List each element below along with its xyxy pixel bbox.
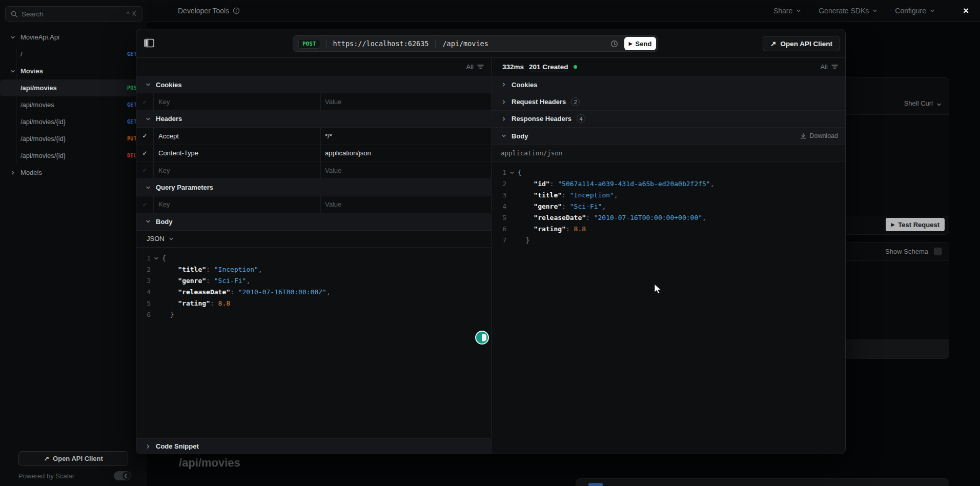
modal-topbar: POST https://localhost:62635 /api/movies…: [136, 29, 845, 58]
request-rows: Cookies✓KeyValueHeaders✓Accept*/*✓Conten…: [136, 76, 491, 231]
search-box[interactable]: ^ K: [5, 6, 142, 22]
response-meta: 332ms 201 Created: [502, 63, 577, 71]
code-line[interactable]: 1{: [136, 253, 491, 264]
sidebar-group[interactable]: MovieApi.Api: [0, 29, 147, 46]
code-line[interactable]: 3 "genre": "Sci-Fi",: [136, 275, 491, 287]
code-line[interactable]: 5 "rating": 8.8: [136, 298, 491, 309]
fold-chevron-icon[interactable]: [151, 256, 162, 261]
value-cell[interactable]: Value: [321, 93, 491, 110]
row-checkbox[interactable]: ✓: [136, 145, 154, 161]
line-number: 2: [492, 180, 506, 188]
request-filter-control[interactable]: All: [466, 63, 484, 71]
request-section-headers[interactable]: Headers: [136, 111, 491, 128]
sidebar-item[interactable]: /api/movies/{id}GET: [0, 113, 147, 130]
open-api-client-label: Open API Client: [53, 455, 103, 462]
sidebar-item-label: Movies: [21, 67, 43, 75]
chevron-down-icon: [146, 82, 151, 87]
close-icon[interactable]: ×: [963, 0, 969, 22]
scalar-logo-swoosh: [482, 334, 486, 341]
dark-mode-toggle[interactable]: ☾: [114, 471, 131, 480]
open-api-client-button[interactable]: ↗ Open API Client: [763, 36, 840, 51]
request-panel: All Cookies✓KeyValueHeaders✓Accept*/*✓Co…: [136, 58, 492, 454]
sidebar-group[interactable]: Movies: [0, 63, 147, 79]
generate-sdks-menu[interactable]: Generate SDKs: [819, 7, 877, 15]
base-url[interactable]: https://localhost:62635: [333, 39, 429, 48]
response-filter-control[interactable]: All: [821, 63, 838, 71]
sidebar-item-label: /api/movies/{id}: [21, 135, 66, 143]
response-section-response-headers[interactable]: Response Headers4: [492, 111, 845, 128]
test-request-button[interactable]: ▶ Test Request: [886, 218, 945, 231]
key-cell[interactable]: Key: [154, 162, 321, 178]
value-cell[interactable]: application/json: [321, 145, 491, 161]
search-input[interactable]: [22, 10, 122, 18]
scalar-logo[interactable]: [475, 331, 489, 345]
external-link-icon: ↗: [44, 455, 49, 462]
key-cell[interactable]: Key: [154, 93, 321, 110]
row-checkbox[interactable]: ✓: [136, 162, 154, 178]
send-label: Send: [636, 40, 652, 48]
sidebar-item-label: /api/movies/{id}: [21, 118, 66, 126]
devtools-title: Developer Tools: [178, 0, 240, 22]
chevron-right-icon: [501, 82, 506, 87]
sidebar-item[interactable]: /api/moviesGET: [0, 96, 147, 113]
response-section-body[interactable]: BodyDownload: [492, 128, 845, 145]
value-cell[interactable]: Value: [321, 162, 491, 178]
code-line: 3 "title": "Inception",: [492, 190, 845, 201]
download-button[interactable]: Download: [800, 132, 838, 139]
value-cell[interactable]: */*: [321, 128, 491, 144]
code-line[interactable]: 6 }: [136, 309, 491, 320]
section-label: Query Parameters: [156, 184, 213, 191]
body-language-label: JSON: [147, 235, 165, 242]
request-section-body[interactable]: Body: [136, 213, 491, 230]
request-section-cookies[interactable]: Cookies: [136, 76, 491, 93]
configure-menu[interactable]: Configure: [895, 7, 935, 15]
sidebar-item[interactable]: /GET: [0, 46, 147, 63]
chevron-down-icon: [872, 8, 877, 13]
code-snippet-section[interactable]: Code Snippet: [136, 438, 491, 454]
info-icon: [233, 7, 240, 14]
key-cell[interactable]: Content-Type: [154, 145, 321, 161]
response-section-cookies[interactable]: Cookies: [492, 76, 845, 93]
request-body-editor[interactable]: 1{2 "title": "Inception",3 "genre": "Sci…: [136, 248, 491, 320]
key-cell[interactable]: Accept: [154, 128, 321, 144]
history-icon[interactable]: [610, 40, 618, 48]
show-schema-checkbox[interactable]: [934, 248, 942, 255]
sidebar-item[interactable]: /api/movies/{id}PUT: [0, 130, 147, 147]
sidebar-item[interactable]: /api/movies/{id}DELETE: [0, 147, 147, 164]
code-text: "title": "Inception",: [162, 266, 262, 273]
fold-chevron-icon[interactable]: [506, 170, 518, 175]
request-section-query-parameters[interactable]: Query Parameters: [136, 179, 491, 196]
key-cell[interactable]: Key: [154, 196, 321, 213]
send-button[interactable]: ▶ Send: [624, 37, 656, 50]
code-line[interactable]: 4 "releaseDate": "2010-07-16T00:00:00Z",: [136, 287, 491, 298]
row-checkbox[interactable]: ✓: [136, 196, 154, 213]
open-api-client-label: Open API Client: [780, 40, 832, 48]
row-checkbox[interactable]: ✓: [136, 93, 154, 110]
moon-icon: ☾: [122, 472, 131, 480]
response-status[interactable]: 201 Created: [529, 63, 568, 71]
response-duration: 332ms: [502, 63, 524, 71]
code-text: "genre": "Sci-Fi",: [518, 202, 606, 210]
method-badge[interactable]: POST: [298, 39, 320, 49]
value-cell[interactable]: Value: [321, 196, 491, 213]
code-text: {: [518, 169, 522, 176]
open-api-client-button-sidebar[interactable]: ↗ Open API Client: [18, 451, 128, 465]
divider: [326, 39, 327, 48]
share-menu[interactable]: Share: [773, 7, 801, 15]
sidebar-item[interactable]: /api/moviesPOST: [0, 79, 147, 96]
row-checkbox[interactable]: ✓: [136, 128, 154, 144]
sidebar-group[interactable]: Models: [0, 164, 147, 181]
path-input[interactable]: /api/movies: [435, 39, 488, 48]
code-line[interactable]: 2 "title": "Inception",: [136, 264, 491, 275]
filter-all-label: All: [821, 63, 828, 71]
filter-all-label: All: [466, 63, 474, 71]
body-language-select[interactable]: JSON: [136, 231, 491, 248]
sidebar-toggle-icon[interactable]: [144, 38, 154, 48]
powered-by-scalar[interactable]: Powered by Scalar: [18, 472, 74, 480]
param-row: ✓KeyValue: [136, 93, 491, 110]
param-row: ✓Content-Typeapplication/json: [136, 145, 491, 162]
response-section-request-headers[interactable]: Request Headers2: [492, 93, 845, 110]
sidebar-item-label: /api/movies/{id}: [21, 152, 66, 159]
section-label: Request Headers: [512, 98, 566, 106]
address-bar[interactable]: POST https://localhost:62635 /api/movies…: [293, 35, 658, 52]
